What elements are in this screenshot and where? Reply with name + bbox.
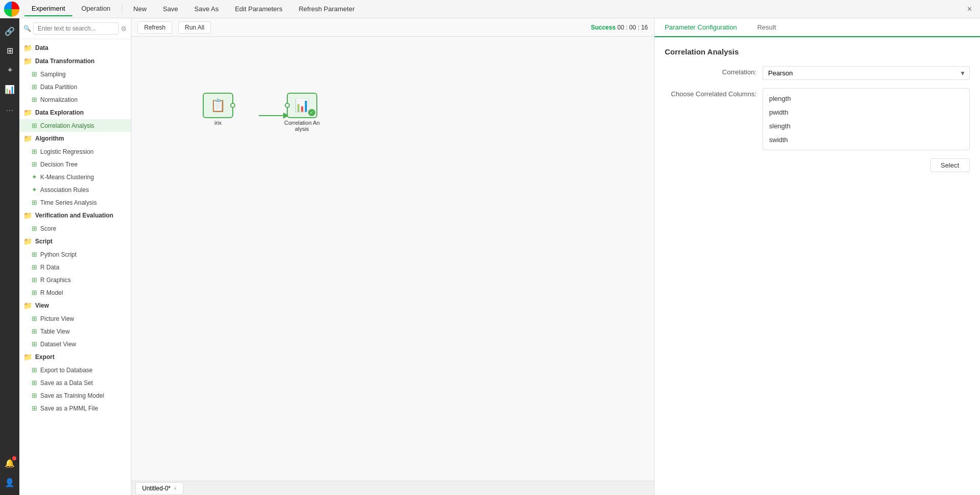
- tab-experiment[interactable]: Experiment: [24, 2, 72, 16]
- iris-node-label: irix: [214, 120, 222, 126]
- item-python-script[interactable]: ⊞ Python Script: [19, 248, 131, 261]
- column-item-slength[interactable]: slength: [763, 119, 969, 133]
- sidebar-more-icon[interactable]: …: [1, 100, 18, 117]
- item-icon: ⊞: [32, 327, 37, 335]
- item-icon: ⊞: [32, 251, 37, 258]
- item-rm-label: R Model: [40, 289, 63, 296]
- category-script-label: Script: [35, 238, 52, 245]
- item-edb-label: Export to Database: [40, 367, 93, 374]
- canvas-tab-close-icon[interactable]: ×: [174, 486, 177, 491]
- item-icon: ⊞: [32, 160, 37, 168]
- item-kmeans-clustering[interactable]: ✦ K-Means Clustering: [19, 171, 131, 183]
- item-sampling[interactable]: ⊞ Sampling: [19, 68, 131, 80]
- column-item-swidth[interactable]: swidth: [763, 133, 969, 147]
- item-dt-label: Decision Tree: [40, 161, 77, 168]
- item-ts-label: Time Series Analysis: [40, 199, 97, 206]
- refresh-button[interactable]: Refresh: [138, 21, 172, 34]
- sidebar-tool-icon[interactable]: ✦: [1, 61, 18, 78]
- item-normalization-label: Normalization: [40, 96, 77, 103]
- category-export[interactable]: 📁 Export: [19, 350, 131, 364]
- item-icon: ⊞: [32, 83, 37, 91]
- category-script[interactable]: 📁 Script: [19, 235, 131, 248]
- canvas-tab-untitled[interactable]: Untitled-0* ×: [135, 482, 183, 494]
- right-panel-content: Correlation Analysis Correlation: Pearso…: [655, 37, 980, 495]
- item-rd-label: R Data: [40, 264, 59, 271]
- category-data-exploration[interactable]: 📁 Data Exploration: [19, 106, 131, 119]
- sidebar-grid-icon[interactable]: ⊞: [1, 42, 18, 59]
- correlation-node[interactable]: 📊 ✓ Correlation Analysis: [284, 93, 320, 132]
- tab-operation[interactable]: Operation: [74, 2, 118, 16]
- item-icon: ⊞: [32, 122, 37, 129]
- column-item-plength[interactable]: plength: [763, 92, 969, 105]
- sidebar-chart-icon[interactable]: 📊: [1, 80, 18, 98]
- category-view[interactable]: 📁 View: [19, 299, 131, 312]
- select-button[interactable]: Select: [930, 158, 970, 172]
- item-save-pmml[interactable]: ⊞ Save as a PMML File: [19, 402, 131, 415]
- search-input[interactable]: [33, 22, 119, 35]
- category-data-label: Data: [35, 44, 48, 51]
- item-time-series-analysis[interactable]: ⊞ Time Series Analysis: [19, 196, 131, 209]
- item-icon: ⊞: [32, 96, 37, 103]
- iris-node[interactable]: 📋 irix: [203, 93, 233, 126]
- item-sampling-label: Sampling: [40, 71, 66, 78]
- category-algorithm[interactable]: 📁 Algorithm: [19, 132, 131, 145]
- category-de-label: Data Exploration: [35, 109, 84, 116]
- category-dt-label: Data Transformation: [35, 58, 95, 65]
- category-data[interactable]: 📁 Data: [19, 41, 131, 54]
- menu-refresh-parameter[interactable]: Refresh Parameter: [291, 2, 362, 16]
- tab-parameter-configuration[interactable]: Parameter Configuration: [655, 18, 747, 37]
- item-correlation-label: Correlation Analysis: [40, 122, 94, 129]
- item-sds-label: Save as a Data Set: [40, 379, 93, 387]
- column-item-pwidth[interactable]: pwidth: [763, 105, 969, 119]
- item-export-db[interactable]: ⊞ Export to Database: [19, 364, 131, 376]
- tab-result[interactable]: Result: [747, 18, 786, 37]
- correlation-select-wrapper: Pearson Spearman Kendall ▼: [763, 66, 970, 80]
- component-panel: 🔍 ⚙ 📁 Data 📁 Data Transformation ⊞ Sampl…: [19, 18, 131, 495]
- category-verification[interactable]: 📁 Verification and Evaluation: [19, 209, 131, 222]
- item-icon: ⊞: [32, 392, 37, 399]
- item-r-model[interactable]: ⊞ R Model: [19, 286, 131, 299]
- close-button[interactable]: ×: [963, 3, 976, 16]
- item-stm-label: Save as Training Model: [40, 392, 104, 399]
- folder-icon: 📁: [23, 237, 32, 245]
- folder-icon: 📁: [23, 108, 32, 117]
- column-list: plength pwidth slength swidth: [763, 88, 970, 150]
- correlation-select[interactable]: Pearson Spearman Kendall: [763, 66, 970, 80]
- item-icon: ⊞: [32, 289, 37, 296]
- sidebar-bell-icon[interactable]: 🔔: [1, 454, 18, 472]
- filter-icon[interactable]: ⚙: [121, 25, 127, 33]
- search-icon: 🔍: [23, 25, 31, 32]
- category-export-label: Export: [35, 353, 55, 361]
- menu-new[interactable]: New: [126, 2, 154, 16]
- item-decision-tree[interactable]: ⊞ Decision Tree: [19, 158, 131, 171]
- item-km-label: K-Means Clustering: [40, 174, 94, 181]
- item-dataset-view[interactable]: ⊞ Dataset View: [19, 338, 131, 350]
- item-save-training-model[interactable]: ⊞ Save as Training Model: [19, 389, 131, 402]
- correlation-input-port[interactable]: [285, 103, 290, 108]
- item-logistic-regression[interactable]: ⊞ Logistic Regression: [19, 145, 131, 158]
- canvas-main[interactable]: 📋 irix 📊 ✓ Correlation Analysis: [131, 37, 654, 481]
- item-normalization[interactable]: ⊞ Normalization: [19, 93, 131, 106]
- item-r-data[interactable]: ⊞ R Data: [19, 261, 131, 273]
- item-score[interactable]: ⊞ Score: [19, 222, 131, 235]
- sidebar-link-icon[interactable]: 🔗: [1, 22, 18, 40]
- item-r-graphics[interactable]: ⊞ R Graphics: [19, 273, 131, 286]
- icon-sidebar: 🔗 ⊞ ✦ 📊 … 🔔 👤: [0, 18, 19, 495]
- run-all-button[interactable]: Run All: [178, 21, 211, 34]
- item-picture-view[interactable]: ⊞ Picture View: [19, 312, 131, 325]
- item-ar-label: Association Rules: [40, 186, 89, 194]
- iris-output-port[interactable]: [230, 103, 235, 108]
- category-data-transformation[interactable]: 📁 Data Transformation: [19, 54, 131, 68]
- menu-save-as[interactable]: Save As: [187, 2, 226, 16]
- sidebar-user-icon[interactable]: 👤: [1, 474, 18, 491]
- item-data-partition[interactable]: ⊞ Data Partition: [19, 80, 131, 93]
- status-success-label: Success: [591, 24, 616, 31]
- item-association-rules[interactable]: ✦ Association Rules: [19, 183, 131, 196]
- item-save-dataset[interactable]: ⊞ Save as a Data Set: [19, 376, 131, 389]
- menu-edit-parameters[interactable]: Edit Parameters: [228, 2, 289, 16]
- status-time-value: 00 : 00 : 16: [617, 24, 648, 31]
- menu-save[interactable]: Save: [156, 2, 185, 16]
- item-pv-label: Picture View: [40, 315, 74, 322]
- item-table-view[interactable]: ⊞ Table View: [19, 325, 131, 338]
- item-correlation-analysis[interactable]: ⊞ Correlation Analysis: [19, 119, 131, 132]
